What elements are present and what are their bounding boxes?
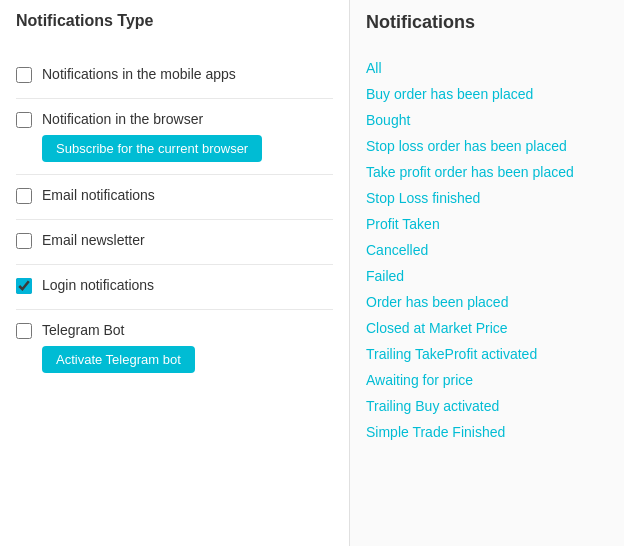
right-panel: Notifications AllBuy order has been plac… — [350, 0, 624, 546]
item-label-newsletter: Email newsletter — [42, 232, 145, 248]
list-item[interactable]: Cancelled — [366, 237, 608, 263]
item-label-mobile: Notifications in the mobile apps — [42, 66, 236, 82]
item-content-login: Login notifications — [42, 277, 154, 293]
checkbox-mobile[interactable] — [16, 67, 32, 83]
checkbox-wrapper-mobile — [16, 67, 32, 86]
checkbox-email[interactable] — [16, 188, 32, 204]
item-label-browser: Notification in the browser — [42, 111, 262, 127]
left-panel-title: Notifications Type — [16, 12, 333, 38]
telegram-button[interactable]: Activate Telegram bot — [42, 346, 195, 373]
notification-items-list: Notifications in the mobile appsNotifica… — [16, 54, 333, 385]
checkbox-wrapper-browser — [16, 112, 32, 131]
checkbox-newsletter[interactable] — [16, 233, 32, 249]
checkbox-wrapper-login — [16, 278, 32, 297]
item-content-newsletter: Email newsletter — [42, 232, 145, 248]
notification-type-item-email: Email notifications — [16, 175, 333, 220]
list-item[interactable]: Buy order has been placed — [366, 81, 608, 107]
left-panel: Notifications Type Notifications in the … — [0, 0, 350, 546]
list-item[interactable]: Order has been placed — [366, 289, 608, 315]
item-label-telegram: Telegram Bot — [42, 322, 195, 338]
list-item[interactable]: Stop Loss finished — [366, 185, 608, 211]
item-content-mobile: Notifications in the mobile apps — [42, 66, 236, 82]
notification-type-item-telegram: Telegram BotActivate Telegram bot — [16, 310, 333, 385]
notification-type-item-browser: Notification in the browserSubscribe for… — [16, 99, 333, 175]
right-panel-title: Notifications — [366, 12, 608, 41]
list-item[interactable]: Awaiting for price — [366, 367, 608, 393]
list-item[interactable]: Bought — [366, 107, 608, 133]
checkbox-telegram[interactable] — [16, 323, 32, 339]
notification-type-item-login: Login notifications — [16, 265, 333, 310]
list-item[interactable]: Failed — [366, 263, 608, 289]
checkbox-browser[interactable] — [16, 112, 32, 128]
list-item[interactable]: All — [366, 55, 608, 81]
item-content-telegram: Telegram BotActivate Telegram bot — [42, 322, 195, 373]
item-label-login: Login notifications — [42, 277, 154, 293]
item-content-email: Email notifications — [42, 187, 155, 203]
checkbox-wrapper-telegram — [16, 323, 32, 342]
notification-type-item-mobile: Notifications in the mobile apps — [16, 54, 333, 99]
checkbox-login[interactable] — [16, 278, 32, 294]
main-container: Notifications Type Notifications in the … — [0, 0, 624, 546]
checkbox-wrapper-newsletter — [16, 233, 32, 252]
list-item[interactable]: Take profit order has been placed — [366, 159, 608, 185]
browser-button[interactable]: Subscribe for the current browser — [42, 135, 262, 162]
list-item[interactable]: Trailing Buy activated — [366, 393, 608, 419]
list-item[interactable]: Closed at Market Price — [366, 315, 608, 341]
item-label-email: Email notifications — [42, 187, 155, 203]
notification-type-item-newsletter: Email newsletter — [16, 220, 333, 265]
list-item[interactable]: Profit Taken — [366, 211, 608, 237]
list-item[interactable]: Simple Trade Finished — [366, 419, 608, 445]
notifications-list: AllBuy order has been placedBoughtStop l… — [366, 55, 608, 445]
list-item[interactable]: Trailing TakeProfit activated — [366, 341, 608, 367]
checkbox-wrapper-email — [16, 188, 32, 207]
item-content-browser: Notification in the browserSubscribe for… — [42, 111, 262, 162]
list-item[interactable]: Stop loss order has been placed — [366, 133, 608, 159]
